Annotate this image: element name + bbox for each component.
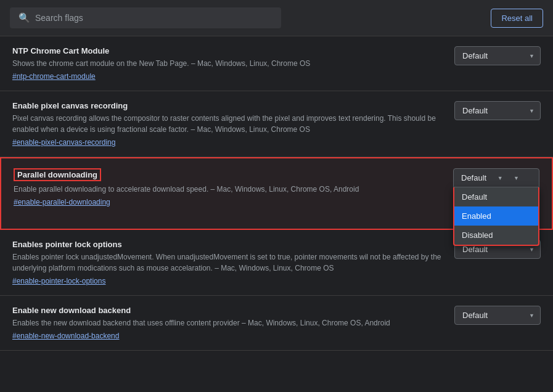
dropdown-wrapper: Default Enabled Disabled [454,101,541,120]
flag-control: Default Enabled Disabled [454,46,541,65]
search-icon: 🔍 [18,12,30,23]
dropdown-option-enabled[interactable]: Enabled [454,206,538,226]
flags-list: NTP Chrome Cart Module Shows the chrome … [0,36,553,392]
dropdown-open-button[interactable]: Default ▼ [453,168,539,187]
search-input[interactable] [35,13,272,23]
flag-item-enable-pixel-canvas-recording: Enable pixel canvas recording Pixel canv… [0,91,553,157]
flag-content: Enable pixel canvas recording Pixel canv… [12,101,442,147]
flag-item-enable-new-download-backend: Enable new download backend Enables the … [0,296,553,351]
flag-content: NTP Chrome Cart Module Shows the chrome … [12,46,442,81]
dropdown-wrapper: Default Enabled Disabled [454,306,541,325]
flag-title: Enable new download backend [12,306,442,315]
flag-title-outlined: Parallel downloading [14,168,101,181]
flag-link[interactable]: #enable-new-download-backend [12,332,119,340]
flag-control: Default Enabled Disabled [454,101,541,120]
dropdown-menu: Default Enabled Disabled [453,187,539,246]
flag-control-parallel: Default ▼ Default Enabled Disabled [453,168,539,187]
flag-desc: Enable parallel downloading to accelerat… [14,184,441,195]
flag-item-ntp-chrome-cart-module: NTP Chrome Cart Module Shows the chrome … [0,36,553,91]
chevron-down-icon: ▼ [498,175,503,181]
flag-content: Enables pointer lock options Enables poi… [12,240,442,285]
flag-desc: Pixel canvas recording allows the compos… [12,113,442,135]
flag-control: Default Enabled Disabled [454,306,541,325]
flag-content: Parallel downloading Enable parallel dow… [14,168,441,206]
dropdown-option-disabled[interactable]: Disabled [454,226,538,245]
flag-item-parallel-downloading: Parallel downloading Enable parallel dow… [0,157,553,230]
flag-dropdown[interactable]: Default Enabled Disabled [454,101,541,120]
flag-title: NTP Chrome Cart Module [12,46,442,55]
search-box: 🔍 [10,7,281,28]
flag-desc: Enables the new download backend that us… [12,317,442,329]
flag-link[interactable]: #enable-pointer-lock-options [12,277,105,285]
reset-all-button[interactable]: Reset all [491,9,543,28]
flag-title: Enables pointer lock options [12,240,442,249]
flag-link[interactable]: #enable-pixel-canvas-recording [12,138,115,147]
dropdown-wrapper: Default Enabled Disabled [454,46,541,65]
dropdown-option-default[interactable]: Default [454,187,538,206]
top-bar: 🔍 Reset all [0,0,553,36]
flag-desc: Enables pointer lock unadjustedMovement.… [12,251,442,274]
flag-link[interactable]: #ntp-chrome-cart-module [12,72,96,81]
flag-dropdown[interactable]: Default Enabled Disabled [454,306,541,325]
flag-link[interactable]: #enable-parallel-downloading [14,198,110,206]
flag-desc: Shows the chrome cart module on the New … [12,58,442,69]
flag-title: Enable pixel canvas recording [12,101,442,110]
dropdown-open-wrapper: Default ▼ Default Enabled Disabled [453,168,539,187]
flag-content: Enable new download backend Enables the … [12,306,442,340]
flag-dropdown[interactable]: Default Enabled Disabled [454,46,541,65]
